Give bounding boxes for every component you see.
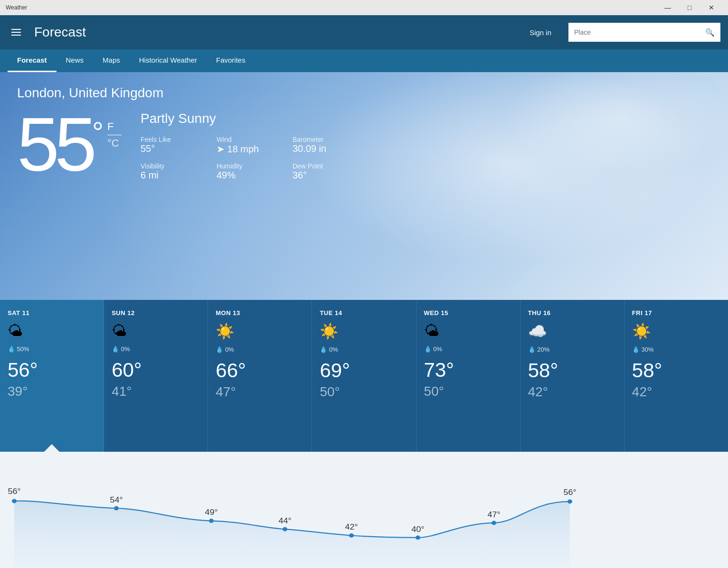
forecast-icon-fri17: ☀️ <box>632 322 720 340</box>
forecast-precip-sun12: 💧 0% <box>112 345 200 353</box>
barometer-stat: Barometer 30.09 in <box>293 136 369 155</box>
forecast-icon-sat11: 🌤 <box>8 322 96 340</box>
chart-point <box>114 506 119 511</box>
weather-details: Partly Sunny Feels Like 55° Wind ➤ 18 mp… <box>141 111 369 181</box>
temperature-value: 55 <box>17 106 92 182</box>
chart-point <box>283 527 287 531</box>
tab-forecast[interactable]: Forecast <box>8 49 57 72</box>
chart-section: 56° 54° 49° 44° 42° 40° 47° 56° <box>0 452 728 568</box>
forecast-precip-fri17: 💧 30% <box>632 346 720 353</box>
close-button[interactable]: ✕ <box>700 0 722 15</box>
forecast-day-fri17: FRI 17 <box>632 309 720 317</box>
unit-celsius[interactable]: °C <box>107 137 122 149</box>
forecast-day-thu16: THU 16 <box>528 309 616 317</box>
hamburger-button[interactable] <box>8 25 25 39</box>
visibility-value: 6 mi <box>141 170 217 181</box>
minimize-button[interactable]: — <box>657 0 679 15</box>
chart-fill <box>14 501 570 568</box>
forecast-high-thu16: 58° <box>528 361 616 381</box>
unit-fahrenheit[interactable]: F <box>107 121 122 133</box>
feels-like-stat: Feels Like 55° <box>141 136 217 155</box>
dew-point-label: Dew Point <box>293 162 369 170</box>
wind-value: ➤ 18 mph <box>217 143 293 155</box>
chart-label-high-3: 49° <box>205 508 217 517</box>
tab-maps[interactable]: Maps <box>93 49 130 72</box>
wind-stat: Wind ➤ 18 mph <box>217 136 293 155</box>
forecast-card-fri17[interactable]: FRI 17 ☀️ 💧 30% 58° 42° <box>624 300 728 452</box>
temperature-unit: F °C <box>107 121 122 149</box>
forecast-icon-wed15: 🌤 <box>424 322 512 340</box>
chart-label-high-1: 56° <box>8 487 20 496</box>
forecast-low-sun12: 41° <box>112 384 200 399</box>
nav-tabs: Forecast News Maps Historical Weather Fa… <box>0 49 728 72</box>
title-bar-left: Weather <box>6 4 27 11</box>
chart-label-high-7: 47° <box>487 511 500 519</box>
chart-label-high-5: 42° <box>345 523 358 531</box>
hamburger-line <box>11 29 21 30</box>
barometer-value: 30.09 in <box>293 143 369 154</box>
temperature-display: 55 ° F °C <box>17 106 122 182</box>
search-container: 🔍 <box>568 23 720 42</box>
chart-point <box>416 535 420 540</box>
chart-point <box>567 499 572 503</box>
weather-grid: Feels Like 55° Wind ➤ 18 mph Barometer 3… <box>141 136 369 181</box>
forecast-high-fri17: 58° <box>632 361 720 381</box>
maximize-button[interactable]: □ <box>679 0 700 15</box>
forecast-section: SAT 11 🌤 💧 50% 56° 39° SUN 12 🌤 💧 0% 60°… <box>0 300 728 452</box>
condition: Partly Sunny <box>141 111 369 126</box>
title-bar-controls: — □ ✕ <box>657 0 722 15</box>
dew-point-value: 36° <box>293 170 369 181</box>
forecast-high-tue14: 69° <box>320 361 408 381</box>
forecast-low-wed15: 50° <box>424 384 512 399</box>
sign-in-button[interactable]: Sign in <box>522 25 559 40</box>
chart-label-high-4: 44° <box>278 517 291 525</box>
forecast-card-sun12[interactable]: SUN 12 🌤 💧 0% 60° 41° <box>104 300 208 452</box>
forecast-precip-tue14: 💧 0% <box>320 346 408 353</box>
forecast-high-sat11: 56° <box>8 360 96 380</box>
visibility-label: Visibility <box>141 162 217 170</box>
unit-divider <box>107 135 122 135</box>
forecast-high-mon13: 66° <box>216 361 304 381</box>
forecast-day-mon13: MON 13 <box>216 309 304 317</box>
forecast-card-sat11[interactable]: SAT 11 🌤 💧 50% 56° 39° <box>0 300 104 452</box>
humidity-value: 49% <box>217 170 293 181</box>
chart-point <box>492 521 496 525</box>
humidity-stat: Humidity 49% <box>217 162 293 181</box>
forecast-card-wed15[interactable]: WED 15 🌤 💧 0% 73° 50° <box>416 300 520 452</box>
tab-favorites[interactable]: Favorites <box>207 49 255 72</box>
forecast-day-sun12: SUN 12 <box>112 309 200 317</box>
forecast-high-wed15: 73° <box>424 360 512 380</box>
forecast-low-tue14: 50° <box>320 384 408 400</box>
search-input[interactable] <box>568 28 700 36</box>
forecast-precip-wed15: 💧 0% <box>424 345 512 353</box>
app-name: Weather <box>6 4 27 11</box>
chart-label-high-6: 40° <box>411 525 424 533</box>
forecast-day-tue14: TUE 14 <box>320 309 408 317</box>
chart-label-high-2: 54° <box>110 496 123 504</box>
chart-point <box>209 519 214 523</box>
title-bar: Weather — □ ✕ <box>0 0 728 15</box>
barometer-label: Barometer <box>293 136 369 143</box>
forecast-card-mon13[interactable]: MON 13 ☀️ 💧 0% 66° 47° <box>208 300 312 452</box>
forecast-card-thu16[interactable]: THU 16 ☁️ 💧 20% 58° 42° <box>520 300 624 452</box>
tab-historical-weather[interactable]: Historical Weather <box>130 49 207 72</box>
chart-label-high-8: 56° <box>563 488 576 497</box>
forecast-icon-thu16: ☁️ <box>528 322 616 340</box>
forecast-day-sat11: SAT 11 <box>8 309 96 317</box>
wind-label: Wind <box>217 136 293 143</box>
tab-news[interactable]: News <box>57 49 94 72</box>
forecast-high-sun12: 60° <box>112 360 200 380</box>
visibility-stat: Visibility 6 mi <box>141 162 217 181</box>
feels-like-label: Feels Like <box>141 136 217 143</box>
temperature-degree-symbol: ° <box>92 116 104 149</box>
forecast-card-tue14[interactable]: TUE 14 ☀️ 💧 0% 69° 50° <box>312 300 416 452</box>
forecast-precip-sat11: 💧 50% <box>8 345 96 353</box>
search-button[interactable]: 🔍 <box>700 28 720 37</box>
forecast-icon-tue14: ☀️ <box>320 322 408 340</box>
forecast-low-fri17: 42° <box>632 384 720 400</box>
hamburger-line <box>11 32 21 33</box>
forecast-day-wed15: WED 15 <box>424 309 512 317</box>
forecast-precip-thu16: 💧 20% <box>528 346 616 353</box>
location: London, United Kingdom <box>17 85 711 101</box>
forecast-low-mon13: 47° <box>216 384 304 400</box>
